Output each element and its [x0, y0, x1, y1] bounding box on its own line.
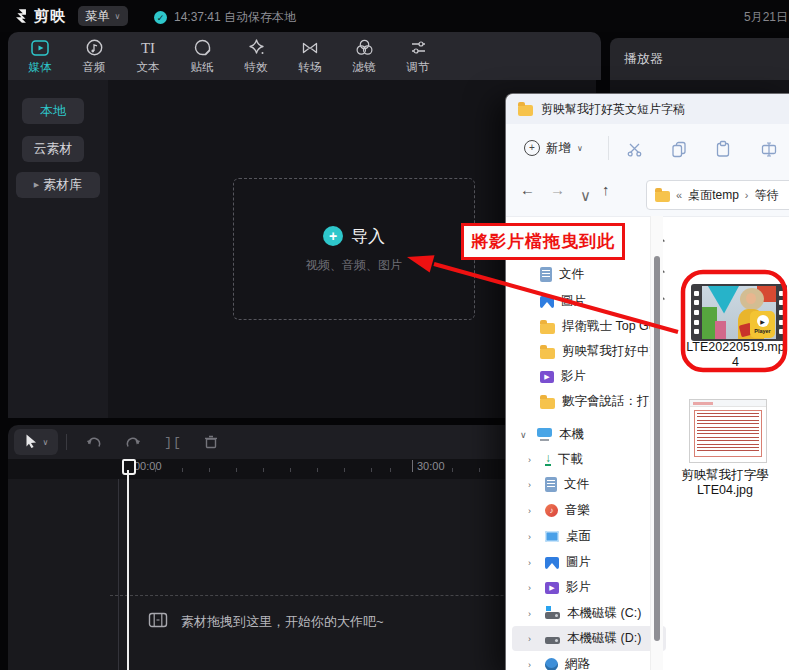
check-icon: ✓ [154, 11, 167, 24]
history-dropdown-icon[interactable]: ∨ [580, 187, 591, 205]
chevron-down-icon: ∨ [115, 12, 121, 21]
tab-filter[interactable]: 滤镜 [337, 32, 391, 80]
sidebar-item-local[interactable]: 本地 [22, 98, 84, 124]
filmstrip-holes [691, 286, 702, 339]
file-image-thumbnail[interactable] [689, 399, 767, 463]
chevron-right-icon[interactable]: › [528, 506, 538, 516]
tree-item-disk-d[interactable]: › 本機磁碟 (D:) [512, 626, 666, 651]
plus-icon: + [323, 226, 343, 246]
download-icon: ↓ [545, 453, 551, 466]
screenshot-text-block [694, 410, 762, 457]
sidebar-item-cloud[interactable]: 云素材 [22, 136, 84, 162]
copy-button[interactable] [669, 139, 689, 159]
breadcrumb-item[interactable]: 桌面temp [688, 187, 739, 204]
folder-icon [540, 320, 555, 334]
capcut-logo-icon [12, 7, 30, 29]
scrollbar-track[interactable] [650, 216, 663, 670]
divider [66, 434, 67, 450]
delete-button[interactable] [198, 430, 224, 454]
video-frame-preview: ▶ Player [702, 286, 776, 339]
up-button[interactable]: ↑ [602, 181, 610, 198]
chevron-right-icon[interactable]: › [528, 634, 538, 644]
folder-icon [540, 345, 555, 359]
playhead-line [127, 470, 129, 670]
document-icon [545, 477, 557, 492]
network-icon [545, 658, 558, 670]
chevron-right-icon[interactable]: › [528, 532, 538, 542]
document-icon [540, 267, 552, 282]
select-tool-button[interactable]: ∨ [14, 429, 58, 455]
tab-sticker[interactable]: 贴纸 [175, 32, 229, 80]
screen: 剪映 菜单 ∨ ✓ 14:37:41 自动保存本地 5月21日 媒体 音频 TI… [0, 0, 789, 670]
folder-icon [518, 102, 533, 116]
transition-icon [300, 37, 320, 57]
chevron-right-icon[interactable]: › [528, 660, 538, 670]
tab-text[interactable]: TI 文本 [121, 32, 175, 80]
tree-item-downloads[interactable]: › ↓ 下載 [512, 447, 666, 472]
explorer-titlebar[interactable]: 剪映幫我打好英文短片字稿 [506, 94, 789, 124]
computer-icon [537, 428, 552, 441]
playhead-handle[interactable] [122, 459, 136, 475]
media-sidebar: 本地 云素材 ▶ 素材库 [8, 80, 108, 418]
forward-button[interactable]: → [550, 181, 565, 198]
chevron-right-icon[interactable]: › [528, 583, 538, 593]
file-video-thumbnail[interactable]: ▶ Player [691, 284, 787, 341]
tree-item-documents-pc[interactable]: › 文件 [512, 472, 666, 497]
media-tabs-bar: 媒体 音频 TI 文本 贴纸 特效 转场 滤镜 调节 [8, 32, 601, 80]
back-button[interactable]: ← [520, 181, 535, 198]
split-button[interactable]: ][ [160, 430, 186, 454]
breadcrumb[interactable]: « 桌面temp › 等待 [646, 180, 789, 210]
tree-item-pictures-pc[interactable]: › 圖片 [512, 550, 666, 575]
audio-icon [85, 37, 104, 57]
chevron-down-icon: ∨ [43, 438, 49, 447]
tab-transition[interactable]: 转场 [283, 32, 337, 80]
import-dropzone[interactable]: + 导入 视频、音频、图片 [233, 178, 475, 320]
time-start-label: 00:00 [134, 460, 162, 472]
tree-item-desktop[interactable]: › 桌面 [512, 524, 666, 549]
tree-item-this-pc[interactable]: ∨ 本機 [512, 422, 658, 447]
tree-item-disk-c[interactable]: › 本機磁碟 (C:) [512, 601, 666, 626]
undo-button[interactable] [80, 430, 106, 454]
menu-button[interactable]: 菜单 ∨ [78, 6, 128, 26]
chevron-right-icon[interactable]: › [528, 480, 538, 490]
rename-button[interactable] [759, 139, 779, 159]
tree-item-videos-pc[interactable]: › ▶ 影片 [512, 575, 666, 600]
annotation-callout: 將影片檔拖曳到此 [461, 223, 625, 260]
picture-icon [545, 557, 559, 569]
player-title: 播放器 [624, 50, 663, 68]
player-panel-header: 播放器 [610, 38, 789, 80]
file-image-name[interactable]: 剪映幫我打字學 LTE04.jpg [669, 468, 781, 498]
tab-adjust[interactable]: 调节 [391, 32, 445, 80]
plus-icon: + [524, 140, 540, 156]
sidebar-item-library[interactable]: ▶ 素材库 [16, 172, 100, 198]
video-icon: ▶ [545, 582, 559, 594]
explorer-window-title: 剪映幫我打好英文短片字稿 [541, 101, 685, 118]
tree-item-network[interactable]: › 網路 [512, 652, 666, 670]
tree-item-music[interactable]: › ♪ 音樂 [512, 498, 666, 523]
cut-button[interactable] [624, 139, 644, 159]
tab-media[interactable]: 媒体 [13, 32, 67, 80]
tab-effects[interactable]: 特效 [229, 32, 283, 80]
autosave-time: 14:37:41 [174, 10, 221, 24]
import-label: 导入 [351, 225, 385, 248]
tab-audio[interactable]: 音频 [67, 32, 121, 80]
chevron-down-icon[interactable]: ∨ [520, 430, 530, 440]
new-button[interactable]: + 新增 ∨ [518, 135, 589, 161]
picture-icon [540, 296, 554, 308]
redo-button[interactable] [120, 430, 146, 454]
folder-icon [540, 395, 555, 409]
chevron-right-icon[interactable]: › [528, 455, 538, 465]
adjust-icon [409, 37, 428, 57]
breadcrumb-item[interactable]: 等待 [754, 187, 778, 204]
chevron-right-icon[interactable]: › [528, 558, 538, 568]
autosave-label: 自动保存本地 [224, 10, 296, 24]
split-icon: ][ [164, 435, 182, 450]
disk-icon [545, 633, 560, 644]
file-video-name[interactable]: LTE20220519.mp4 [684, 340, 787, 370]
paste-button[interactable] [713, 139, 733, 159]
chevron-right-icon[interactable]: › [528, 609, 538, 619]
video-icon: ▶ [540, 371, 554, 383]
text-icon: TI [141, 37, 155, 57]
time-mid-label: 30:00 [412, 460, 445, 472]
scrollbar-thumb[interactable] [654, 256, 660, 641]
